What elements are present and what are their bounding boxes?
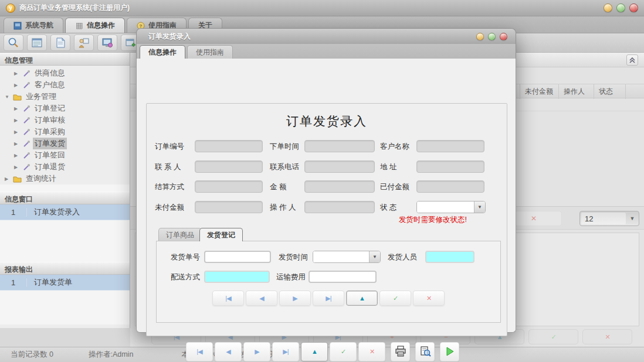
sidebar-header-info: 信息管理 (0, 53, 130, 66)
print-preview-button[interactable] (415, 342, 435, 361)
prev-button[interactable]: ◀ (215, 342, 242, 361)
tree-item-query-stats[interactable]: ▶ 查询统计 (0, 173, 130, 185)
report-item[interactable]: 1 订单发货单 (0, 275, 130, 291)
subpanel-nav-toolbar: |◀ ◀ ▶ ▶| ▲ ✓ ✕ (157, 291, 500, 306)
expander-icon[interactable]: ▶ (14, 118, 20, 123)
dialog-bottom-toolbar: |◀ ◀ ▶ ▶| ▲ ✓ ✕ (186, 341, 459, 362)
tree-item-order-ship[interactable]: ▶ 订单发货 (0, 138, 130, 149)
column-operator[interactable]: 操作人 (558, 84, 594, 99)
edit-button[interactable]: ▲ (301, 342, 328, 361)
form-view-button[interactable] (27, 35, 47, 51)
expander-icon[interactable]: ▶ (5, 176, 11, 182)
folder-icon (13, 93, 22, 101)
dialog-minimize-button[interactable] (476, 33, 484, 40)
collapse-button[interactable] (626, 54, 638, 66)
subtab-ship-register[interactable]: 发货登记 (199, 228, 243, 241)
status-label: 状 态 (380, 203, 396, 213)
settle-field (195, 180, 263, 193)
operator-label: 操 作 人 (270, 203, 296, 213)
dialog-tab-user-guide[interactable]: 使用指南 (187, 45, 233, 59)
print-button[interactable] (391, 342, 410, 361)
last-button[interactable]: ▶| (272, 342, 299, 361)
next-button[interactable]: ▶ (279, 291, 311, 306)
cancel-button[interactable]: ✕ (358, 342, 385, 361)
status-select[interactable]: ▼ (416, 201, 486, 213)
tree-item-label[interactable]: 客户信息 (33, 79, 67, 91)
tree-item-label[interactable]: 供商信息 (33, 67, 67, 79)
dialog-tab-info-ops[interactable]: 信息操作 (140, 45, 185, 59)
tree-item-label[interactable]: 业务管理 (24, 91, 58, 103)
user-info-button[interactable] (74, 35, 94, 51)
tree-item-order-audit[interactable]: ▶ 订单审核 (0, 114, 130, 126)
item-index: 1 (0, 278, 27, 287)
monitor-button[interactable] (97, 35, 117, 51)
tree-item-order-register[interactable]: ▶ 订单登记 (0, 103, 130, 114)
phone-label: 联系电话 (270, 162, 299, 172)
expander-icon[interactable]: ▶ (14, 141, 20, 146)
tree-item-label[interactable]: 订单采购 (33, 126, 67, 138)
confirm-button[interactable]: ✓ (528, 329, 578, 344)
ship-person-input[interactable] (425, 251, 474, 263)
subtab-order-goods[interactable]: 订单商品 (158, 228, 202, 241)
tree-item-label[interactable]: 订单发货 (33, 138, 67, 149)
tree-item-label[interactable]: 订单登记 (33, 103, 67, 114)
confirm-button[interactable]: ✓ (379, 291, 411, 306)
freight-input[interactable] (309, 271, 377, 283)
print-preview-icon (419, 346, 431, 357)
tool-icon (22, 69, 30, 77)
expander-icon[interactable]: ▼ (5, 94, 11, 100)
tree-item-label[interactable]: 订单退货 (33, 161, 67, 173)
tree-item-label[interactable]: 订单审核 (33, 114, 67, 126)
expander-icon[interactable]: ▶ (14, 153, 20, 158)
dialog-titlebar[interactable]: 订单发货录入 (136, 28, 516, 44)
ship-time-select[interactable]: ▼ (313, 251, 381, 263)
tree-item-supplier-info[interactable]: ▶ 供商信息 (0, 67, 130, 79)
cancel-button[interactable]: ✕ (582, 329, 632, 344)
expander-icon[interactable]: ▶ (14, 165, 20, 170)
tree-item-customer-info[interactable]: ▶ 客户信息 (0, 79, 130, 91)
expander-icon[interactable]: ▶ (14, 71, 20, 76)
first-button[interactable]: |◀ (186, 342, 213, 361)
confirm-button[interactable]: ✓ (330, 342, 357, 361)
tree-item-label[interactable]: 订单签回 (33, 149, 67, 161)
chevron-down-icon[interactable]: ▼ (474, 202, 485, 213)
chevron-down-icon[interactable]: ▼ (626, 211, 639, 226)
page-size-select[interactable]: 12 ▼ (579, 211, 639, 226)
next-button[interactable]: ▶ (243, 342, 270, 361)
dialog-close-button[interactable] (500, 33, 507, 40)
expander-icon[interactable]: ▶ (14, 106, 20, 111)
minimize-button[interactable] (604, 4, 612, 12)
tree-item-business-mgmt[interactable]: ▼ 业务管理 (0, 91, 130, 103)
dialog-maximize-button[interactable] (488, 33, 496, 40)
last-button[interactable]: ▶| (313, 291, 344, 306)
first-button[interactable]: |◀ (212, 291, 244, 306)
column-unpaid[interactable]: 未付金额 (520, 84, 558, 99)
folder-icon (13, 175, 22, 183)
tab-info-ops-label: 信息操作 (87, 21, 115, 30)
search-button[interactable] (4, 35, 23, 51)
prev-button[interactable]: ◀ (246, 291, 277, 306)
chevron-down-icon[interactable]: ▼ (369, 251, 380, 262)
phone-field (304, 160, 375, 173)
info-window-item[interactable]: 1 订单发货录入 (0, 204, 130, 220)
maximize-button[interactable] (616, 4, 625, 12)
edit-button[interactable]: ▲ (346, 291, 378, 306)
column-status[interactable]: 状态 (594, 84, 625, 99)
tree-item-order-purchase[interactable]: ▶ 订单采购 (0, 126, 130, 138)
address-label: 地 址 (380, 162, 396, 172)
expander-icon[interactable]: ▶ (14, 83, 20, 88)
tree-item-order-return[interactable]: ▶ 订单退货 (0, 161, 130, 173)
tool-icon (22, 104, 30, 112)
tab-system-nav[interactable]: 系统导航 (4, 18, 63, 33)
cancel-button[interactable]: ✕ (413, 291, 445, 306)
run-button[interactable] (440, 342, 459, 361)
expander-icon[interactable]: ▶ (14, 129, 20, 135)
ship-no-input[interactable] (204, 251, 271, 263)
close-button[interactable] (629, 4, 638, 12)
tree-item-label[interactable]: 查询统计 (24, 173, 58, 185)
delivery-input[interactable] (204, 271, 270, 283)
tree-item-order-signback[interactable]: ▶ 订单签回 (0, 149, 130, 161)
tab-info-ops[interactable]: 信息操作 (65, 18, 125, 33)
app-logo-icon: y (6, 4, 15, 13)
document-button[interactable] (50, 35, 70, 51)
